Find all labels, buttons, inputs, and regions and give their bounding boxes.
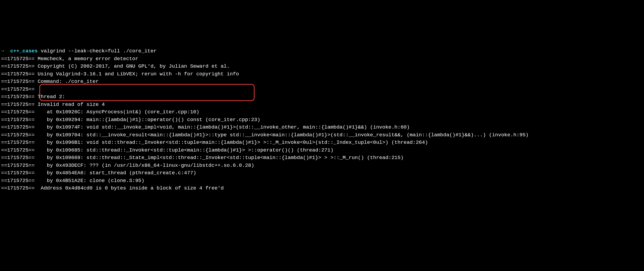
prompt-path: c++_cases bbox=[10, 48, 38, 54]
output-line-trace: ==1715725== by 0x109685: std::thread::_I… bbox=[1, 146, 643, 154]
prompt-arrow: → bbox=[1, 48, 4, 54]
output-line-trace: ==1715725== by 0x109669: std::thread::_S… bbox=[1, 154, 643, 162]
output-line: ==1715725== Using Valgrind-3.16.1 and Li… bbox=[1, 70, 643, 78]
output-line: ==1715725== Copyright (C) 2002-2017, and… bbox=[1, 63, 643, 70]
output-line: ==1715725== bbox=[1, 86, 643, 93]
output-line-trace: ==1715725== by 0x1096B1: void std::threa… bbox=[1, 139, 643, 146]
output-line: ==1715725== Command: ./core_iter bbox=[1, 78, 643, 86]
output-line-trace: ==1715725== by 0x4854EA6: start_thread (… bbox=[1, 169, 643, 177]
output-line-trace: ==1715725== by 0x10974F: void std::__inv… bbox=[1, 123, 643, 131]
output-line-trace: ==1715725== by 0x4B51A2E: clone (clone.S… bbox=[1, 177, 643, 185]
output-line-address: ==1715725== Address 0x4d84cd0 is 0 bytes… bbox=[1, 184, 643, 192]
output-line: ==1715725== Thread 2: bbox=[1, 93, 643, 101]
output-line-error: ==1715725== Invalid read of size 4 bbox=[1, 101, 643, 109]
output-line-trace: ==1715725== by 0x493DECF: ??? (in /usr/l… bbox=[1, 162, 643, 169]
output-line-trace: ==1715725== by 0x109294: main::{lambda()… bbox=[1, 116, 643, 124]
prompt-line[interactable]: → c++_cases valgrind --leak-check=full .… bbox=[1, 47, 643, 55]
command: valgrind --leak-check=full ./core_iter bbox=[41, 48, 156, 54]
terminal-output: → c++_cases valgrind --leak-check=full .… bbox=[1, 32, 643, 207]
output-line-trace: ==1715725== at 0x10926C: AsyncProcess(in… bbox=[1, 108, 643, 116]
output-line: ==1715725== Memcheck, a memory error det… bbox=[1, 55, 643, 63]
output-line-trace: ==1715725== by 0x109704: std::__invoke_r… bbox=[1, 131, 643, 139]
